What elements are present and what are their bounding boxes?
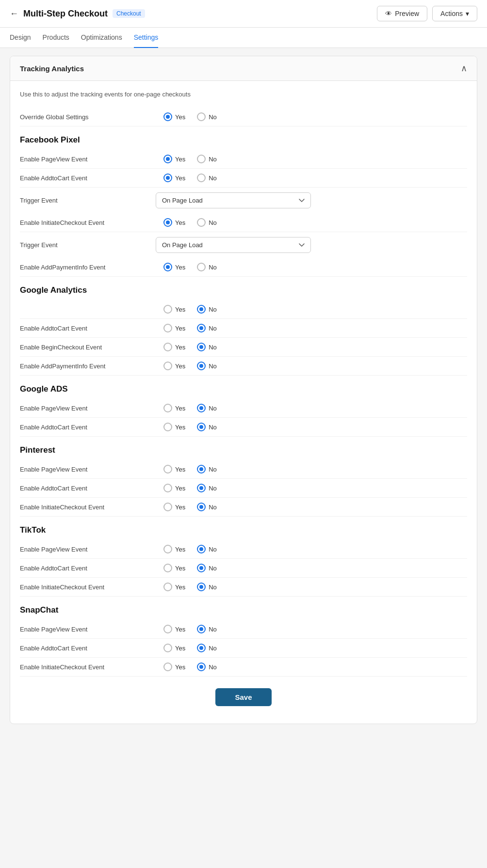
save-btn-container: Save (20, 677, 467, 714)
fb-addtocart-yes[interactable]: Yes (163, 174, 185, 182)
ga-begincheckout-no-radio[interactable] (197, 343, 206, 351)
sc-initiatecheckout-no[interactable]: No (197, 663, 217, 671)
sc-initiatecheckout-label: Enable InitiateCheckout Event (20, 663, 156, 671)
preview-button[interactable]: 👁 Preview (377, 6, 427, 21)
fb-pageview-no-radio[interactable] (197, 155, 206, 163)
fb-initiatecheckout-yes[interactable]: Yes (163, 218, 185, 227)
save-button[interactable]: Save (215, 688, 271, 706)
pin-pageview-no[interactable]: No (197, 465, 217, 473)
gads-pageview-no[interactable]: No (197, 404, 217, 412)
tt-initiatecheckout-yes-radio[interactable] (163, 583, 172, 591)
fb-addtocart-no[interactable]: No (197, 174, 217, 182)
tt-addtocart-yes[interactable]: Yes (163, 564, 185, 572)
collapse-button[interactable]: ∧ (461, 63, 467, 74)
ga-addpaymentinfo-label: Enable AddPaymentInfo Event (20, 363, 156, 370)
ga-addtocart-yes-radio[interactable] (163, 324, 172, 332)
pin-pageview-yes[interactable]: Yes (163, 465, 185, 473)
fb-initiatecheckout-no[interactable]: No (197, 218, 217, 227)
gads-pageview-no-radio[interactable] (197, 404, 206, 412)
pin-initiatecheckout-no[interactable]: No (197, 503, 217, 511)
sc-addtocart-yes[interactable]: Yes (163, 644, 185, 652)
ga-addpaymentinfo-yes[interactable]: Yes (163, 362, 185, 370)
tt-pageview-yes[interactable]: Yes (163, 545, 185, 553)
fb-addtocart-no-radio[interactable] (197, 174, 206, 182)
tt-pageview-yes-radio[interactable] (163, 545, 172, 553)
sc-pageview-no[interactable]: No (197, 625, 217, 633)
sc-initiatecheckout-no-radio[interactable] (197, 663, 206, 671)
ga-pageview-yes[interactable]: Yes (163, 305, 185, 314)
override-no-radio[interactable] (197, 112, 206, 121)
override-yes-radio[interactable] (163, 112, 172, 121)
sc-addtocart-no[interactable]: No (197, 644, 217, 652)
ga-pageview-no-radio[interactable] (197, 305, 206, 314)
ga-addtocart-label: Enable AddtoCart Event (20, 325, 156, 332)
tt-initiatecheckout-yes[interactable]: Yes (163, 583, 185, 591)
tt-initiatecheckout-no[interactable]: No (197, 583, 217, 591)
ga-pageview-no[interactable]: No (197, 305, 217, 314)
ga-addtocart-no-radio[interactable] (197, 324, 206, 332)
ga-pageview-row: Yes No (20, 300, 467, 319)
gads-addtocart-no[interactable]: No (197, 423, 217, 431)
sc-initiatecheckout-yes[interactable]: Yes (163, 663, 185, 671)
fb-initiatecheckout-yes-radio[interactable] (163, 218, 172, 227)
tab-optimizations[interactable]: Optimizations (81, 28, 122, 48)
fb-trigger2-select[interactable]: On Page Load On Click (156, 237, 311, 253)
sc-addtocart-no-radio[interactable] (197, 644, 206, 652)
back-button[interactable]: ← (10, 9, 18, 19)
fb-addpaymentinfo-no[interactable]: No (197, 263, 217, 271)
tt-addtocart-yes-radio[interactable] (163, 564, 172, 572)
fb-pageview-yes-radio[interactable] (163, 155, 172, 163)
ga-addtocart-no[interactable]: No (197, 324, 217, 332)
pin-initiatecheckout-yes[interactable]: Yes (163, 503, 185, 511)
actions-button[interactable]: Actions ▾ (432, 6, 477, 21)
ga-begincheckout-no[interactable]: No (197, 343, 217, 351)
tab-settings[interactable]: Settings (134, 28, 159, 48)
pin-initiatecheckout-no-radio[interactable] (197, 503, 206, 511)
fb-addtocart-yes-radio[interactable] (163, 174, 172, 182)
gads-pageview-yes[interactable]: Yes (163, 404, 185, 412)
pin-addtocart-no-radio[interactable] (197, 484, 206, 492)
fb-pageview-yes[interactable]: Yes (163, 155, 185, 163)
tt-pageview-no[interactable]: No (197, 545, 217, 553)
tiktok-heading: TikTok (20, 517, 467, 540)
ga-pageview-yes-radio[interactable] (163, 305, 172, 314)
sc-pageview-yes[interactable]: Yes (163, 625, 185, 633)
tab-design[interactable]: Design (10, 28, 31, 48)
override-no-option[interactable]: No (197, 112, 217, 121)
fb-trigger1-select[interactable]: On Page Load On Click (156, 192, 311, 208)
override-controls: Yes No (163, 112, 467, 121)
tt-initiatecheckout-no-radio[interactable] (197, 583, 206, 591)
ga-addpaymentinfo-no[interactable]: No (197, 362, 217, 370)
pin-initiatecheckout-yes-radio[interactable] (163, 503, 172, 511)
tt-addtocart-no[interactable]: No (197, 564, 217, 572)
fb-pageview-no[interactable]: No (197, 155, 217, 163)
pin-addtocart-yes[interactable]: Yes (163, 484, 185, 492)
fb-addpaymentinfo-no-radio[interactable] (197, 263, 206, 271)
gads-addtocart-label: Enable AddtoCart Event (20, 424, 156, 431)
pin-addtocart-yes-radio[interactable] (163, 484, 172, 492)
gads-addtocart-yes-radio[interactable] (163, 423, 172, 431)
fb-addtocart-controls: Yes No (163, 174, 467, 182)
sc-addtocart-yes-radio[interactable] (163, 644, 172, 652)
tt-addtocart-no-radio[interactable] (197, 564, 206, 572)
ga-addpaymentinfo-yes-radio[interactable] (163, 362, 172, 370)
tt-pageview-no-radio[interactable] (197, 545, 206, 553)
ga-begincheckout-yes[interactable]: Yes (163, 343, 185, 351)
gads-addtocart-yes[interactable]: Yes (163, 423, 185, 431)
sc-initiatecheckout-yes-radio[interactable] (163, 663, 172, 671)
fb-addpaymentinfo-yes[interactable]: Yes (163, 263, 185, 271)
pin-pageview-no-radio[interactable] (197, 465, 206, 473)
ga-addtocart-yes[interactable]: Yes (163, 324, 185, 332)
gads-addtocart-no-radio[interactable] (197, 423, 206, 431)
gads-pageview-yes-radio[interactable] (163, 404, 172, 412)
ga-begincheckout-yes-radio[interactable] (163, 343, 172, 351)
pin-addtocart-no[interactable]: No (197, 484, 217, 492)
pin-pageview-yes-radio[interactable] (163, 465, 172, 473)
fb-initiatecheckout-no-radio[interactable] (197, 218, 206, 227)
override-yes-option[interactable]: Yes (163, 112, 185, 121)
fb-addpaymentinfo-yes-radio[interactable] (163, 263, 172, 271)
ga-addpaymentinfo-no-radio[interactable] (197, 362, 206, 370)
sc-pageview-yes-radio[interactable] (163, 625, 172, 633)
sc-pageview-no-radio[interactable] (197, 625, 206, 633)
tab-products[interactable]: Products (43, 28, 69, 48)
